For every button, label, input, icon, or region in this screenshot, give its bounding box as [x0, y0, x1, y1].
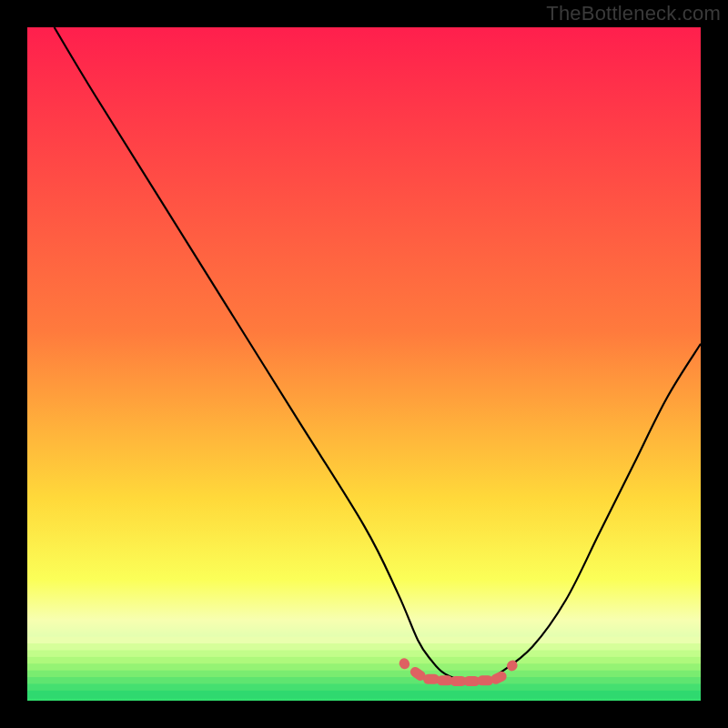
chart-svg: [27, 27, 701, 701]
color-band: [27, 691, 701, 699]
marker-blob: [477, 675, 493, 685]
bottom-color-bands: [27, 637, 701, 699]
plot-area: [27, 27, 701, 701]
gradient-background: [27, 27, 701, 701]
watermark-text: TheBottleneck.com: [546, 2, 721, 25]
